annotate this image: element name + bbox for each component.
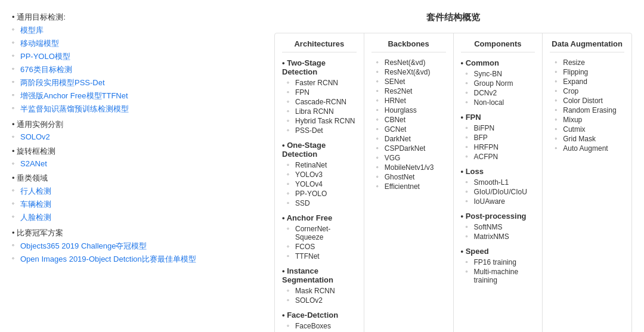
col-items-list: Smooth-L1GIoU/DIoU/CIoUIoUAware — [461, 178, 535, 206]
list-item: Open Images 2019-Object Detction比赛最佳单模型 — [12, 254, 256, 265]
nav-link[interactable]: 模型库 — [20, 26, 44, 35]
list-item: Mixup — [555, 116, 624, 124]
list-item: Smooth-L1 — [466, 178, 535, 187]
page-title: 套件结构概览 — [274, 12, 632, 23]
section-title: Instance Segmentation — [282, 266, 357, 284]
list-item: SENet — [376, 77, 446, 86]
col-items-list: BiFPNBFPHRFPNACFPN — [461, 124, 535, 161]
list-item: SOLOv2 — [12, 132, 256, 141]
col-items-list: Mask RCNNSOLOv2 — [282, 287, 357, 305]
nav-link[interactable]: 半监督知识蒸馏预训练检测模型 — [20, 104, 129, 113]
list-item: 增强版Anchor Free模型TTFNet — [12, 91, 256, 101]
list-item: Objects365 2019 Challenge夺冠模型 — [12, 241, 256, 252]
list-item: PP-YOLO — [287, 190, 357, 198]
nav-link[interactable]: 行人检测 — [20, 187, 51, 196]
column-section: ResNet(&vd)ResNeXt(&vd)SENetRes2NetHRNet… — [371, 58, 446, 191]
list-item: 两阶段实用模型PSS-Det — [12, 77, 256, 88]
nav-link[interactable]: Objects365 2019 Challenge夺冠模型 — [20, 241, 147, 250]
list-item: ResNeXt(&vd) — [376, 68, 446, 76]
left-sidebar: 通用目标检测:模型库移动端模型PP-YOLO模型676类目标检测两阶段实用模型P… — [12, 12, 268, 332]
section-title: 通用实例分割 — [12, 120, 63, 129]
list-item: 人脸检测 — [12, 212, 256, 223]
list-item: CornerNet-Squeeze — [287, 225, 357, 241]
list-item: FCOS — [287, 243, 357, 251]
column-section: Two-Stage DetectionFaster RCNNFPNCascade… — [282, 58, 357, 135]
nav-link[interactable]: PP-YOLO模型 — [20, 52, 70, 61]
column-header: Components — [461, 39, 535, 52]
nav-link[interactable]: S2ANet — [20, 159, 47, 168]
list-item: Grid Mask — [555, 135, 624, 143]
section-title: Loss — [461, 167, 535, 176]
list-item: FaceBoxes — [287, 322, 357, 330]
section-title: Two-Stage Detection — [282, 58, 357, 76]
list-item: Crop — [555, 87, 624, 95]
list-item: Random Erasing — [555, 106, 624, 114]
col-items-list: RetinaNetYOLOv3YOLOv4PP-YOLOSSD — [282, 161, 357, 207]
list-item: DCNv2 — [466, 89, 535, 97]
column-section: ResizeFlippingExpandCropColor DistortRan… — [550, 58, 624, 153]
list-item: MatrixNMS — [466, 232, 535, 241]
list-item: HRNet — [376, 97, 446, 105]
list-item: Auto Augment — [555, 144, 624, 153]
column-section: LossSmooth-L1GIoU/DIoU/CIoUIoUAware — [461, 167, 535, 206]
section-title: 垂类领域 — [12, 173, 48, 182]
table-column: ArchitecturesTwo-Stage DetectionFaster R… — [275, 33, 364, 332]
nav-link[interactable]: 增强版Anchor Free模型TTFNet — [20, 91, 128, 100]
list-item: ResNet(&vd) — [376, 58, 446, 67]
list-item: PSS-Det — [287, 126, 357, 135]
list-item: YOLOv3 — [287, 170, 357, 179]
list-item: Group Norm — [466, 79, 535, 88]
list-item: 移动端模型 — [12, 38, 256, 49]
nav-link[interactable]: 移动端模型 — [20, 39, 59, 48]
col-items-list: ResNet(&vd)ResNeXt(&vd)SENetRes2NetHRNet… — [371, 58, 446, 191]
column-header: Data Augmentation — [550, 39, 624, 52]
list-item: Faster RCNN — [287, 79, 357, 87]
column-section: Anchor FreeCornerNet-SqueezeFCOSTTFNet — [282, 213, 357, 260]
list-item: PP-YOLO模型 — [12, 51, 256, 62]
nav-link[interactable]: 两阶段实用模型PSS-Det — [20, 78, 105, 87]
col-items-list: Sync-BNGroup NormDCNv2Non-local — [461, 70, 535, 107]
sub-items-list: Objects365 2019 Challenge夺冠模型Open Images… — [12, 241, 256, 265]
list-item: GCNet — [376, 125, 446, 134]
column-header: Architectures — [282, 39, 357, 52]
nav-link[interactable]: 676类目标检测 — [20, 65, 72, 74]
list-item: 模型库 — [12, 25, 256, 36]
list-item: VGG — [376, 154, 446, 162]
section-title: 比赛冠军方案 — [12, 228, 63, 237]
list-item: 车辆检测 — [12, 199, 256, 210]
list-item: Cascade-RCNN — [287, 98, 357, 106]
section-title: Common — [461, 58, 535, 67]
list-item: CBNet — [376, 116, 446, 124]
list-item: FP16 training — [466, 258, 535, 266]
nav-link[interactable]: 车辆检测 — [20, 200, 51, 209]
right-content: 套件结构概览 ArchitecturesTwo-Stage DetectionF… — [268, 12, 632, 332]
list-item: GIoU/DIoU/CIoU — [466, 188, 535, 196]
list-item: Mask RCNN — [287, 287, 357, 295]
column-section: Instance SegmentationMask RCNNSOLOv2 — [282, 266, 357, 305]
col-items-list: CornerNet-SqueezeFCOSTTFNet — [282, 225, 357, 260]
list-item: CSPDarkNet — [376, 144, 446, 153]
list-item: Libra RCNN — [287, 107, 357, 116]
list-item: Sync-BN — [466, 70, 535, 78]
sub-items-list: S2ANet — [12, 159, 256, 168]
section-title: Anchor Free — [282, 213, 357, 222]
col-items-list: ResizeFlippingExpandCropColor DistortRan… — [550, 58, 624, 153]
list-item: BiFPN — [466, 124, 535, 132]
list-item: Resize — [555, 58, 624, 67]
section-title: Post-processing — [461, 212, 535, 221]
list-item: Efficientnet — [376, 182, 446, 191]
column-section: CommonSync-BNGroup NormDCNv2Non-local — [461, 58, 535, 107]
table-column: ComponentsCommonSync-BNGroup NormDCNv2No… — [454, 33, 543, 332]
nav-link[interactable]: 人脸检测 — [20, 213, 51, 222]
column-section: SpeedFP16 trainingMulti-machine training — [461, 247, 535, 284]
section-title: FPN — [461, 113, 535, 122]
nav-link[interactable]: Open Images 2019-Object Detction比赛最佳单模型 — [20, 255, 196, 263]
list-item: Color Distort — [555, 97, 624, 105]
list-item: 行人检测 — [12, 186, 256, 197]
column-section: Face-DetctionFaceBoxesBlazeFaceBlazeFace… — [282, 311, 357, 332]
section-title: 旋转框检测 — [12, 147, 55, 156]
list-item: Flipping — [555, 68, 624, 76]
nav-link[interactable]: SOLOv2 — [20, 132, 50, 141]
list-item: 半监督知识蒸馏预训练检测模型 — [12, 104, 256, 114]
list-item: Expand — [555, 77, 624, 86]
